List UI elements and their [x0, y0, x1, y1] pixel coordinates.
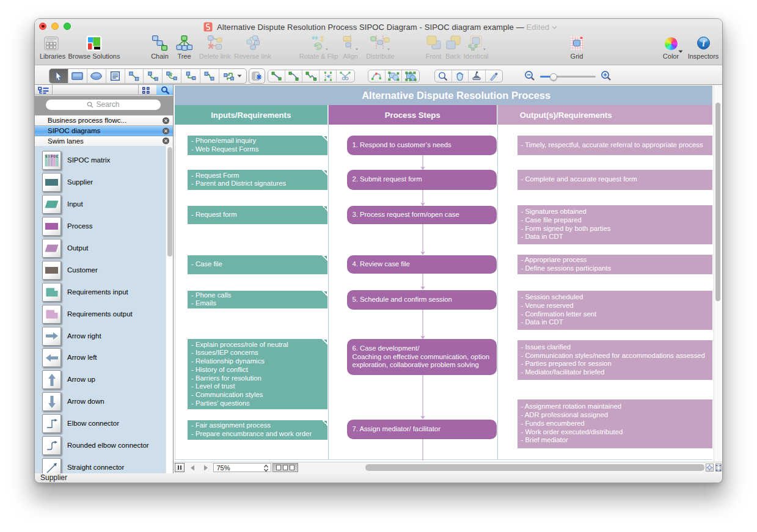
svg-text:C: C [56, 155, 59, 158]
svg-text:i: i [702, 39, 704, 48]
svg-text:O: O [53, 155, 56, 158]
